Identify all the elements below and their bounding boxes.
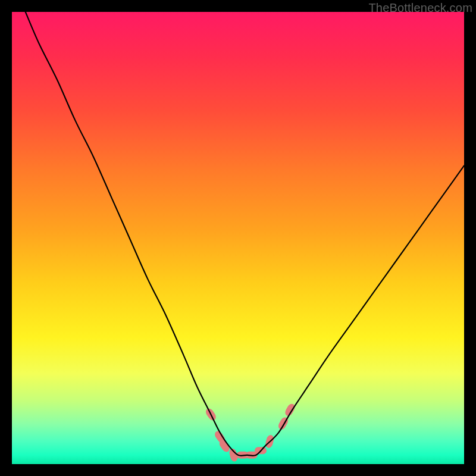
highlight-markers-group <box>204 402 296 462</box>
chart-frame: TheBottleneck.com <box>0 0 476 476</box>
curve-svg <box>12 12 464 464</box>
highlight-marker <box>284 402 296 417</box>
bottleneck-curve <box>26 12 464 456</box>
watermark-text: TheBottleneck.com <box>368 1 472 15</box>
plot-area <box>12 12 464 464</box>
